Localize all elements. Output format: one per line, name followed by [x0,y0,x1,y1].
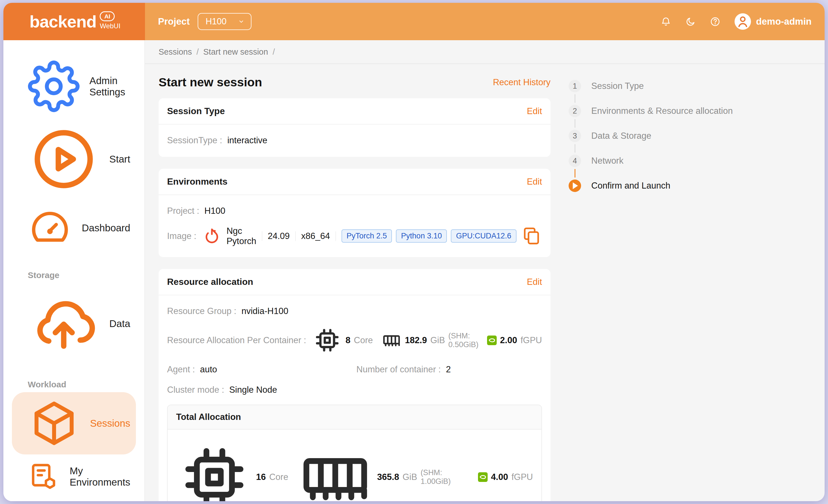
session-type-row: SessionType interactive [167,134,542,147]
step-environments-resource-allocation[interactable]: 2Environments & Resource allocation [569,105,744,117]
recent-history-link[interactable]: Recent History [493,77,550,87]
image-tag-gpu-cuda12-6: GPU:CUDA12.6 [451,229,516,243]
resource-edit-button[interactable]: Edit [527,277,542,287]
brand-logo: backend AI WebUI [3,3,145,40]
logo-subtext: WebUI [100,22,120,30]
project-value: H100 [204,206,225,216]
cpu-chip-icon [176,439,253,501]
container-count-value: 2 [446,365,451,375]
total-allocation-title: Total Allocation [168,405,541,429]
breadcrumb: Sessions/Start new session/ [145,40,825,64]
theme-toggle-button[interactable] [685,16,696,27]
logo-text: backend [30,12,96,32]
project-label: Project [158,16,190,27]
image-version: 24.09 [267,231,290,241]
sidebar: Admin SettingsStartDashboardStorageDataW… [3,40,145,501]
page-title: Start new session [159,75,262,89]
project-select[interactable]: H100 [198,13,251,30]
resource-group-value: nvidia-H100 [242,306,288,316]
agent-row: Agent auto [167,365,357,375]
memory-ram-icon [297,438,374,501]
gpu-stat: 2.00 fGPU [487,335,542,345]
card-title: Session Type [167,106,225,116]
step-number: 2 [569,105,581,117]
sidebar-item-dashboard[interactable]: Dashboard [12,201,136,255]
total-gpu-stat: 4.00 fGPU [478,472,533,482]
pytorch-flame-icon [201,226,222,247]
app-window: backend AI WebUI Project H100 demo-admin [3,3,825,501]
user-menu[interactable]: demo-admin [735,13,812,30]
image-tag-pytorch-2-5: PyTorch 2.5 [341,229,392,243]
help-icon [710,16,720,27]
cluster-mode-value: Single Node [230,385,277,395]
cluster-mode-row: Cluster mode Single Node [167,384,542,396]
step-connector [575,94,575,103]
nvidia-gpu-icon [478,472,488,482]
sidebar-section-workload: Workload [28,380,144,389]
step-data-storage[interactable]: 3Data & Storage [569,130,744,142]
total-memory-stat: 365.8 GiB (SHM: 1.00GiB) [297,438,469,501]
cloud-upload-icon [28,288,100,360]
username: demo-admin [756,16,812,27]
copy-icon [521,225,542,247]
step-session-type[interactable]: 1Session Type [569,80,744,92]
wizard-steps: 1Session Type2Environments & Resource al… [569,64,744,501]
memory-ram-icon [381,330,402,350]
total-cpu-stat: 16 Core [176,439,288,501]
step-network[interactable]: 4Network [569,155,744,167]
agent-value: auto [200,365,217,375]
image-arch: x86_64 [301,231,330,241]
sidebar-section-storage: Storage [28,270,144,280]
step-number: 1 [569,80,581,92]
bell-icon [661,16,671,27]
resource-allocation-card: Resource allocation Edit Resource Group … [159,269,550,501]
session-type-edit-button[interactable]: Edit [527,106,542,116]
sidebar-item-start[interactable]: Start [12,118,136,200]
avatar [735,13,751,30]
step-confirm-and-launch[interactable]: Confirm and Launch [569,179,744,192]
cpu-chip-icon [312,325,342,355]
project-row: Project H100 [167,205,542,217]
image-name: Ngc Pytorch [226,226,256,246]
step-connector [575,169,575,177]
chevron-down-icon [238,18,245,25]
help-button[interactable] [710,16,720,27]
gauge-icon [28,206,72,250]
nvidia-gpu-icon [487,336,497,345]
project-select-value: H100 [206,16,226,27]
total-allocation-box: Total Allocation 16 Core [167,405,542,501]
sidebar-item-sessions[interactable]: Sessions [12,392,136,455]
memory-stat: 182.9 GiB (SHM: 0.50GiB) [381,330,479,350]
image-row: Image Ngc Pytorch 24.09 x86_64 PyTorch 2… [167,225,542,247]
container-count-row: Number of container 2 [357,365,451,375]
notifications-button[interactable] [661,16,671,27]
moon-icon [685,16,696,27]
card-title: Resource allocation [167,277,253,287]
play-circle-icon [28,123,100,195]
session-type-card: Session Type Edit SessionType interactiv… [159,98,550,157]
main-area: Sessions/Start new session/ Start new se… [145,40,825,501]
step-connector [575,144,575,153]
resource-group-row: Resource Group nvidia-H100 [167,305,542,318]
play-icon [569,179,581,192]
breadcrumb-start-new-session[interactable]: Start new session [203,47,268,57]
top-bar: backend AI WebUI Project H100 demo-admin [3,3,825,40]
sidebar-item-admin-settings[interactable]: Admin Settings [12,55,136,117]
step-number: 3 [569,130,581,142]
sidebar-item-data[interactable]: Data [12,283,136,365]
cpu-stat: 8 Core [312,325,373,355]
session-type-value: interactive [227,135,267,145]
environments-card: Environments Edit Project H100 Image [159,169,550,257]
environments-edit-button[interactable]: Edit [527,177,542,187]
sidebar-item-my-environments[interactable]: My Environments [12,456,136,498]
step-connector [575,119,575,128]
header-main: Project H100 demo-admin [145,3,825,40]
card-title: Environments [167,176,227,187]
copy-image-button[interactable] [521,225,542,247]
per-container-row: Resource Allocation Per Container 8 Core [167,325,542,355]
logo-ai-badge: AI [100,11,115,21]
breadcrumb-sessions[interactable]: Sessions [159,47,192,57]
gear-icon [28,60,80,113]
cube-icon [28,397,80,450]
image-tag-python-3-10: Python 3.10 [396,229,447,243]
